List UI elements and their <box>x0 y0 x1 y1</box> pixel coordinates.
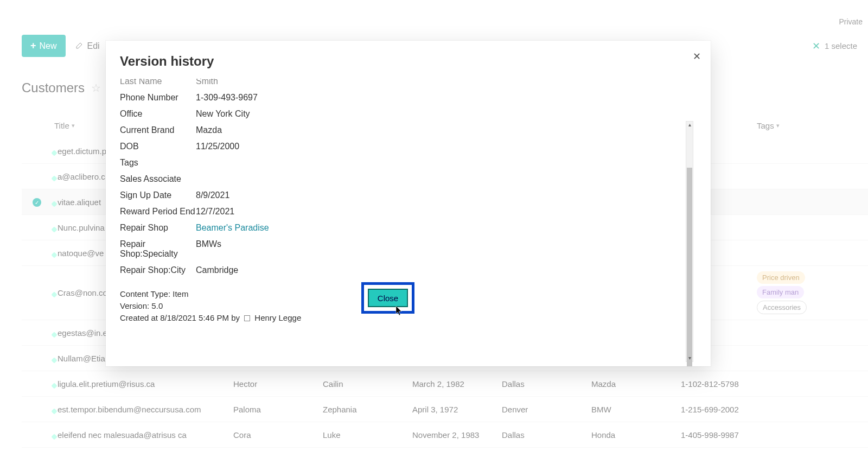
tag-pill[interactable]: Price driven <box>757 271 805 284</box>
chevron-down-icon: ▾ <box>776 122 780 129</box>
dialog-close-button[interactable]: ✕ <box>693 50 701 62</box>
field-label: Phone Number <box>120 93 196 103</box>
field-label: Tags <box>120 158 196 168</box>
field-label: Repair Shop:City <box>120 265 196 275</box>
field-row: OfficeNew York City <box>120 106 698 122</box>
cell: November 2, 1983 <box>412 430 502 440</box>
field-value: New York City <box>196 109 250 119</box>
field-value[interactable]: Beamer's Paradise <box>196 223 269 233</box>
field-value: 11/25/2000 <box>196 142 239 151</box>
row-title[interactable]: ligula.elit.pretium@risus.ca <box>54 379 233 389</box>
field-value: Cambridge <box>196 265 238 275</box>
col-tags[interactable]: Tags▾ <box>757 121 865 130</box>
user-presence-icon <box>244 315 250 321</box>
row-tags: Price drivenFamily manAccessories <box>757 270 865 315</box>
field-value: 12/7/2021 <box>196 207 234 217</box>
version-fields: Last NameSmithPhone Number1-309-493-9697… <box>120 79 698 278</box>
scrollbar[interactable]: ▴ ▾ <box>686 121 693 362</box>
cell: Cora <box>233 430 323 440</box>
plus-icon: + <box>30 40 36 52</box>
scrollbar-thumb[interactable] <box>687 168 692 366</box>
favorite-star-icon[interactable]: ☆ <box>91 81 101 94</box>
field-row: DOB11/25/2000 <box>120 138 698 155</box>
row-phone: 1-102-812-5798 <box>681 379 757 389</box>
field-value: Mazda <box>196 125 222 135</box>
selection-count[interactable]: ✕ 1 selecte <box>812 40 857 52</box>
scroll-down-icon[interactable]: ▾ <box>686 354 693 362</box>
cell: Dallas <box>502 379 591 389</box>
field-label: DOB <box>120 142 196 151</box>
private-indicator: Private <box>833 15 868 28</box>
field-row: Current BrandMazda <box>120 122 698 138</box>
field-row: Sales Associate <box>120 171 698 187</box>
field-row: Tags <box>120 155 698 171</box>
cell: April 3, 1972 <box>412 405 502 414</box>
cell: Luke <box>323 430 412 440</box>
cell: March 2, 1982 <box>412 379 502 389</box>
row-phone: 1-405-998-9987 <box>681 430 757 440</box>
field-row: Repair ShopBeamer's Paradise <box>120 220 698 236</box>
field-value: BMWs <box>196 239 221 259</box>
new-button-label: New <box>40 41 57 51</box>
table-row[interactable]: ligula.elit.pretium@risus.caHectorCailin… <box>22 371 868 397</box>
field-label: Current Brand <box>120 125 196 135</box>
close-button-highlight: Close <box>361 282 414 314</box>
field-label: Office <box>120 109 196 119</box>
cell: Denver <box>502 405 591 414</box>
field-row: Phone Number1-309-493-9697 <box>120 90 698 106</box>
cell: Paloma <box>233 405 323 414</box>
cell: Zephania <box>323 405 412 414</box>
field-label: Repair Shop:Specialty <box>120 239 196 259</box>
field-row: Last NameSmith <box>120 79 698 90</box>
field-row: Reward Period End12/7/2021 <box>120 203 698 220</box>
chevron-down-icon: ▾ <box>72 122 75 129</box>
field-row: Repair Shop:SpecialtyBMWs <box>120 236 698 262</box>
version-history-dialog: ✕ Version history Last NameSmithPhone Nu… <box>106 41 711 366</box>
cell: Mazda <box>591 379 681 389</box>
dialog-title: Version history <box>106 41 711 75</box>
scroll-up-icon[interactable]: ▴ <box>686 121 693 129</box>
field-row: Repair Shop:CityCambridge <box>120 262 698 278</box>
cell: Hector <box>233 379 323 389</box>
cell: Dallas <box>502 430 591 440</box>
field-value: Smith <box>196 79 218 86</box>
cell: BMW <box>591 405 681 414</box>
close-button[interactable]: Close <box>368 289 408 307</box>
field-label: Reward Period End <box>120 207 196 217</box>
field-label: Sales Associate <box>120 174 196 184</box>
new-button[interactable]: + New <box>22 35 66 57</box>
cell: Honda <box>591 430 681 440</box>
row-phone: 1-215-699-2002 <box>681 405 757 414</box>
checkmark-icon[interactable]: ✓ <box>33 198 41 207</box>
field-label: Repair Shop <box>120 223 196 233</box>
tag-pill[interactable]: Accessories <box>757 301 807 314</box>
tag-pill[interactable]: Family man <box>757 286 804 298</box>
edit-button[interactable]: Edi <box>75 41 100 52</box>
list-title: Customers <box>22 80 85 96</box>
clear-selection-icon[interactable]: ✕ <box>812 40 820 52</box>
table-row[interactable]: est.tempor.bibendum@neccursusa.comPaloma… <box>22 397 868 422</box>
row-title[interactable]: eleifend nec malesuada@atrisus ca <box>54 430 233 440</box>
pencil-icon <box>75 41 84 52</box>
field-label: Last Name <box>120 79 196 86</box>
field-label: Sign Up Date <box>120 190 196 200</box>
selection-count-label: 1 selecte <box>825 41 857 50</box>
cell: Cailin <box>323 379 412 389</box>
field-value: 8/9/2021 <box>196 190 229 200</box>
edit-button-label: Edi <box>87 41 100 51</box>
close-icon: ✕ <box>693 51 701 62</box>
table-row[interactable]: eleifend nec malesuada@atrisus caCoraLuk… <box>22 422 868 448</box>
field-value: 1-309-493-9697 <box>196 93 258 103</box>
field-row: Sign Up Date8/9/2021 <box>120 187 698 203</box>
row-title[interactable]: est.tempor.bibendum@neccursusa.com <box>54 405 233 414</box>
